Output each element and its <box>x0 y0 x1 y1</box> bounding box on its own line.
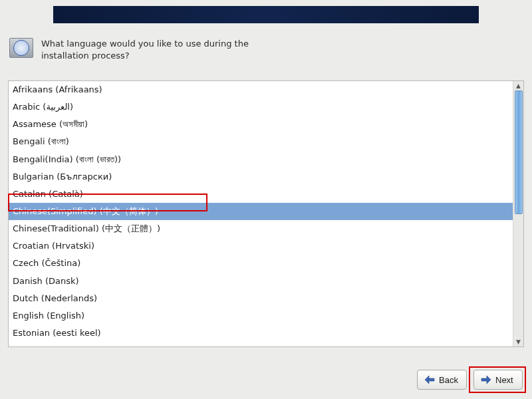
prompt-row: What language would you like to use duri… <box>9 38 281 61</box>
list-item[interactable]: Bengali (বাংলা) <box>9 133 513 150</box>
list-item[interactable]: Czech (Čeština) <box>9 255 513 272</box>
list-item[interactable]: Assamese (অসমীয়া) <box>9 116 513 133</box>
globe-flag-icon <box>9 38 33 58</box>
back-button-label: Back <box>439 375 458 385</box>
scroll-up-icon[interactable]: ▲ <box>513 81 523 90</box>
arrow-left-icon <box>424 375 435 384</box>
language-listbox[interactable]: Afrikaans (Afrikaans)Arabic (العربية)Ass… <box>8 80 524 347</box>
button-row: Back Next <box>417 370 523 390</box>
list-item[interactable]: Finnish (suomi) <box>9 342 513 346</box>
prompt-text: What language would you like to use duri… <box>41 38 281 61</box>
list-item[interactable]: Arabic (العربية) <box>9 98 513 116</box>
list-item[interactable]: Croatian (Hrvatski) <box>9 237 513 255</box>
list-item[interactable]: English (English) <box>9 307 513 325</box>
scroll-thumb[interactable] <box>515 90 523 214</box>
list-item[interactable]: Afrikaans (Afrikaans) <box>9 81 513 98</box>
list-item[interactable]: Danish (Dansk) <box>9 273 513 290</box>
list-item[interactable]: Chinese(Simplified) (中文（简体）) <box>9 203 513 220</box>
arrow-right-icon <box>481 375 491 384</box>
list-item[interactable]: Dutch (Nederlands) <box>9 290 513 307</box>
back-button[interactable]: Back <box>417 370 467 390</box>
next-button[interactable]: Next <box>473 370 523 390</box>
list-item[interactable]: Bengali(India) (বাংলা (ভারত)) <box>9 151 513 168</box>
next-button-label: Next <box>495 375 513 385</box>
list-item[interactable]: Bulgarian (Български) <box>9 168 513 186</box>
list-item[interactable]: Catalan (Català) <box>9 186 513 203</box>
scroll-down-icon[interactable]: ▼ <box>513 337 523 346</box>
header-banner <box>53 6 479 23</box>
scrollbar[interactable]: ▲ ▼ <box>513 81 523 346</box>
list-item[interactable]: Estonian (eesti keel) <box>9 325 513 342</box>
list-item[interactable]: Chinese(Traditional) (中文（正體）) <box>9 220 513 237</box>
